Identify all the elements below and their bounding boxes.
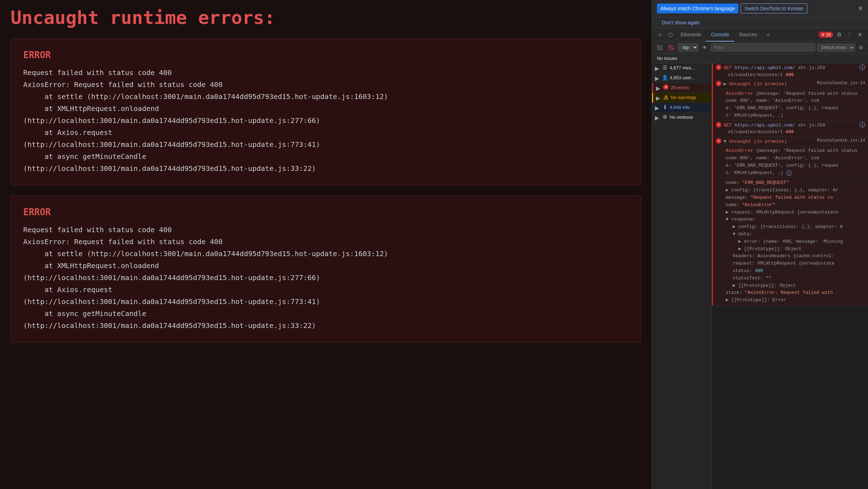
- log-entry-uncaught-1[interactable]: ✕ ▶ Uncaught (in promise) MinuteCandle.j…: [712, 80, 868, 89]
- status-400-1: 400: [786, 72, 794, 78]
- exp-req2[interactable]: request: XMLHttpRequest {onreadystate: [726, 260, 865, 267]
- verbose-icon: ⚙: [662, 114, 668, 120]
- expand-arrow: ▶: [656, 95, 661, 101]
- uncaught-detail-2: AxiosError {message: 'Request failed wit…: [712, 146, 868, 178]
- warning-icon: ⚠: [663, 94, 669, 100]
- close-banner-button[interactable]: ✕: [858, 5, 863, 12]
- error-block-2: ERROR Request failed with status code 40…: [11, 196, 641, 342]
- exp-response-config[interactable]: ▶ config: {transitional: {…}, adapter: A: [726, 223, 865, 231]
- group-info-count: 4,648 info: [670, 104, 709, 111]
- tab-sources[interactable]: Sources: [734, 28, 762, 42]
- devtools-panel: Always match Chrome's language Switch De…: [652, 0, 868, 489]
- xhr-file-1: xhr.js:258: [798, 65, 825, 70]
- group-verbose-count: No verbose: [670, 114, 709, 121]
- get-url-1: GET https://api.upbit.com/ xhr.js:258 v1…: [724, 64, 857, 78]
- log-entry-get-1[interactable]: ✕ GET https://api.upbit.com/ xhr.js:258 …: [712, 63, 868, 80]
- devtools-tabs: ⊹ ⬡ Elements Console Sources » ✕ 29 ⚙ ⋮ …: [652, 28, 868, 42]
- group-verbose[interactable]: ▶ ⚙ No verbose: [652, 113, 712, 123]
- filter-input[interactable]: [711, 43, 815, 51]
- language-banner: Always match Chrome's language Switch De…: [652, 0, 868, 17]
- exp-headers[interactable]: headers: AxiosHeaders {cache-control:: [726, 253, 865, 260]
- eye-button[interactable]: 👁: [700, 44, 709, 51]
- uncaught-file-2: MinuteCandle.jsx:14: [817, 138, 865, 143]
- error-label-1: ERROR: [23, 50, 628, 60]
- expand-arrow: ▶: [655, 105, 660, 111]
- group-info[interactable]: ▶ ℹ 4,648 info: [652, 103, 712, 113]
- expand-arrow: ▶: [655, 114, 660, 121]
- tab-more[interactable]: »: [762, 28, 775, 42]
- exp-status: status: 400: [726, 267, 865, 275]
- group-warnings-count: No warnings: [671, 94, 709, 101]
- group-messages[interactable]: ▶ ☰ 4,677 mes...: [652, 63, 712, 73]
- exp-data-error[interactable]: ▶ error: {name: 400, message: 'Missing: [726, 238, 865, 246]
- tab-elements[interactable]: Elements: [676, 28, 706, 42]
- user-icon: 👤: [662, 75, 668, 80]
- issues-text: No Issues: [657, 56, 677, 61]
- exp-proto[interactable]: ▶ [[Prototype]]: Object: [726, 282, 865, 290]
- error-text-1: Request failed with status code 400 Axio…: [23, 67, 628, 174]
- match-language-button[interactable]: Always match Chrome's language: [657, 4, 738, 13]
- console-toolbar: ⬛ 🚫 top 👁 Default levels ⚙: [652, 42, 868, 54]
- group-warnings[interactable]: ▶ ⚠ No warnings: [652, 93, 712, 103]
- device-toolbar-button[interactable]: ⬡: [665, 28, 676, 42]
- inspect-element-button[interactable]: ⊹: [655, 28, 665, 42]
- axios-detail-1: AxiosError {message: 'Request failed wit…: [726, 90, 865, 105]
- more-options-button[interactable]: ⋮: [844, 28, 855, 42]
- settings-button[interactable]: ⚙: [835, 28, 844, 42]
- exp-request[interactable]: ▶ request: XMLHttpRequest {onreadystatec…: [726, 209, 865, 216]
- exp-data-proto[interactable]: ▶ [[Prototype]]: Object: [726, 246, 865, 253]
- uncaught-detail-1: AxiosError {message: 'Request failed wit…: [712, 89, 868, 121]
- console-settings-button[interactable]: ⚙: [857, 44, 865, 51]
- exp-message: message: "Request failed with status co: [726, 194, 865, 202]
- expanded-object-block: code: "ERR_BAD_REQUEST" ▶ config: {trans…: [712, 178, 868, 306]
- exp-stack: stack: "AxiosError: Request failed with: [726, 289, 865, 297]
- main-title: Uncaught runtime errors:: [11, 7, 641, 28]
- group-errors[interactable]: ▶ ✕ 29 errors: [652, 83, 712, 93]
- log-entry-get-2[interactable]: ✕ GET https://api.upbit.com/ xhr.js:258 …: [712, 121, 868, 137]
- axios-detail-2: AxiosError {message: 'Request failed wit…: [726, 147, 865, 162]
- group-errors-count: 29 errors: [671, 84, 709, 91]
- exp-response-section[interactable]: ▼ response:: [726, 216, 865, 223]
- sidebar-toggle-button[interactable]: ⬛: [655, 44, 664, 51]
- error-icon: ✕: [716, 138, 721, 144]
- log-levels-selector[interactable]: Default levels: [817, 44, 855, 51]
- axios-detail-2b: e: 'ERR_BAD_REQUEST', config: {…}, reque…: [726, 162, 865, 169]
- log-entry-uncaught-2[interactable]: ✕ ▼ Uncaught (in promise) MinuteCandle.j…: [712, 137, 868, 147]
- exp-data-section[interactable]: ▼ data:: [726, 231, 865, 238]
- error-badge: ✕ 29: [819, 32, 833, 38]
- expand-arrow: ▶: [655, 65, 660, 72]
- api-url-1[interactable]: https://api.upbit.com/: [734, 65, 795, 70]
- lang-banner-buttons: Always match Chrome's language Switch De…: [657, 4, 807, 13]
- error-label-2: ERROR: [23, 207, 628, 217]
- exp-name: name: "AxiosError": [726, 202, 865, 209]
- context-selector[interactable]: top: [678, 43, 698, 51]
- url-path-1: v1/candles/minutes/1: [724, 72, 786, 78]
- xhr-file-2: xhr.js:258: [798, 123, 825, 128]
- exp-status-text: statusText: "": [726, 275, 865, 282]
- switch-korean-button[interactable]: Switch DevTools to Korean: [740, 4, 807, 13]
- row-right-2: i: [860, 122, 865, 128]
- axios-detail-1b: e: 'ERR_BAD_REQUEST', config: {…}, reque…: [726, 105, 865, 112]
- expand-uncaught-1[interactable]: ▶: [724, 81, 729, 87]
- console-log-entries: ✕ GET https://api.upbit.com/ xhr.js:258 …: [712, 63, 868, 489]
- tab-console[interactable]: Console: [706, 28, 734, 42]
- exp-main-proto[interactable]: ▶ [[Prototype]]: Error: [726, 297, 865, 304]
- dont-show-again[interactable]: Don't show again: [657, 19, 705, 26]
- axios-detail-2c: t: XMLHttpRequest, …} i: [726, 169, 865, 177]
- clear-console-button[interactable]: 🚫: [666, 44, 676, 51]
- inline-info[interactable]: i: [786, 170, 792, 176]
- exp-config[interactable]: ▶ config: {transitional: {…}, adapter: A…: [726, 187, 865, 194]
- expand-uncaught-2[interactable]: ▼: [724, 139, 729, 144]
- get-url-2: GET https://api.upbit.com/ xhr.js:258 v1…: [724, 122, 857, 136]
- status-400-2: 400: [786, 129, 794, 135]
- group-user[interactable]: ▶ 👤 4,653 user...: [652, 73, 712, 83]
- info-circle-1[interactable]: i: [860, 64, 865, 70]
- error-count: 29: [826, 32, 831, 37]
- error-text-2: Request failed with status code 400 Axio…: [23, 224, 628, 332]
- uncaught-file-1: MinuteCandle.jsx:14: [817, 81, 865, 86]
- close-devtools-button[interactable]: ✕: [855, 28, 865, 42]
- list-icon: ☰: [662, 65, 668, 70]
- info-circle-2[interactable]: i: [860, 122, 865, 128]
- main-content: Uncaught runtime errors: ERROR Request f…: [0, 0, 652, 489]
- api-url-2[interactable]: https://api.upbit.com/: [734, 123, 795, 128]
